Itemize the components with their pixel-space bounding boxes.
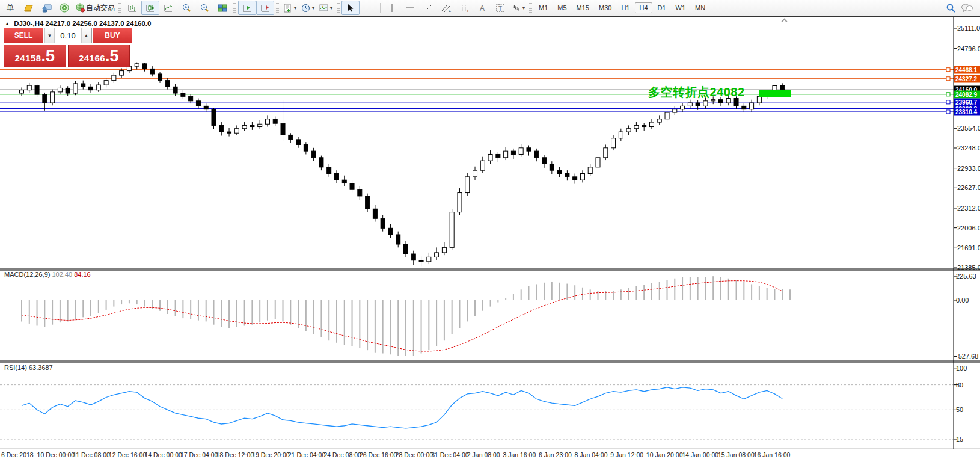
- line-chart-mode-button[interactable]: [159, 1, 177, 15]
- chevron-down-icon: ▾: [330, 5, 332, 11]
- sell-price-pips: .5: [41, 47, 55, 65]
- chat-icon[interactable]: [961, 3, 973, 13]
- sell-price-display[interactable]: 24158.5: [4, 45, 66, 67]
- algo-trading-button[interactable]: 自动交易: [73, 1, 117, 15]
- horizontal-line-icon: [406, 4, 415, 11]
- time-axis-label: 11 Dec 08:00: [73, 451, 110, 458]
- svg-text:E: E: [449, 9, 451, 13]
- line-handle: [946, 110, 950, 114]
- crosshair-button[interactable]: [360, 1, 378, 15]
- timeframe-H1[interactable]: H1: [617, 2, 634, 13]
- zoom-in-button[interactable]: [177, 1, 195, 15]
- candlestick-icon: [145, 4, 155, 13]
- zoom-out-button[interactable]: [195, 1, 213, 15]
- time-axis-label: 8 Jan 04:00: [575, 451, 608, 458]
- fibonacci-button[interactable]: F: [455, 1, 473, 15]
- buy-price-pips: .5: [105, 47, 119, 65]
- text-label-button[interactable]: T: [491, 1, 509, 15]
- macd-main-value: 102.40: [52, 271, 72, 278]
- clock-icon: [301, 4, 310, 13]
- periods-button[interactable]: ▾: [299, 1, 317, 15]
- arrows-icon: [512, 4, 521, 12]
- timeframe-M15[interactable]: M15: [572, 2, 593, 13]
- macd-signal-value: 84.16: [74, 271, 91, 278]
- timeframe-M30[interactable]: M30: [595, 2, 616, 13]
- templates-button[interactable]: ▾: [317, 1, 335, 15]
- price-axis-tick: 21691.0: [957, 244, 980, 251]
- volume-decrease-button[interactable]: ▼: [44, 28, 55, 43]
- chart-canvas[interactable]: [0, 0, 980, 465]
- price-axis-tick: 21385.0: [957, 264, 980, 271]
- pivot-annotation-text[interactable]: 多空转折点24082: [648, 84, 745, 100]
- bar-chart-icon: [127, 4, 137, 13]
- timeframe-MN[interactable]: MN: [691, 2, 709, 13]
- signal-waves-icon: [60, 3, 69, 13]
- timeframe-group: M1M5M15M30H1H4D1W1MN: [534, 2, 710, 13]
- macd-axis-tick: -527.68: [956, 353, 978, 360]
- timeframe-H4[interactable]: H4: [635, 2, 652, 13]
- buy-price-display[interactable]: 24166.5: [68, 45, 130, 67]
- toolbar-gripper: [118, 3, 121, 13]
- macd-axis-tick: 0.00: [956, 297, 969, 304]
- bar-chart-mode-button[interactable]: [123, 1, 141, 15]
- search-icon[interactable]: [946, 3, 956, 13]
- trendline-icon: [424, 4, 433, 13]
- chevron-down-icon: ▾: [522, 5, 525, 11]
- annotation-highlight-box: [759, 90, 791, 97]
- price-axis-tick: 23248.0: [957, 144, 980, 152]
- toolbar-gripper: [337, 3, 340, 13]
- add-indicator-button[interactable]: ▾: [281, 1, 299, 15]
- ohlc-values: 24217.0 24256.0 24137.0 24160.0: [46, 20, 152, 27]
- toolbar-gripper: [276, 3, 279, 13]
- tile-windows-button[interactable]: [213, 1, 231, 15]
- time-axis-label: 3 Jan 16:00: [503, 451, 536, 458]
- equidistant-channel-button[interactable]: E: [437, 1, 455, 15]
- zoom-out-icon: [200, 3, 209, 13]
- horizontal-line-button[interactable]: [401, 1, 419, 15]
- line-handle: [946, 100, 950, 104]
- toolbar-separator: [380, 3, 381, 13]
- timeframe-M5[interactable]: M5: [553, 2, 571, 13]
- sell-button[interactable]: SELL: [4, 28, 43, 43]
- price-axis-tick: 22933.0: [957, 165, 980, 172]
- rsi-label-row: RSI(14) 63.3687: [4, 364, 53, 371]
- chart-shift-marker-icon[interactable]: [782, 18, 786, 23]
- timeframe-D1[interactable]: D1: [654, 2, 670, 13]
- volume-stepper: ▼ ▲: [44, 28, 92, 43]
- volume-input[interactable]: [55, 28, 81, 43]
- chevron-down-icon: ▾: [312, 5, 314, 11]
- chart-shift-button[interactable]: [256, 1, 274, 15]
- signals-icon[interactable]: [55, 1, 73, 15]
- indicator-page-icon: [283, 4, 292, 13]
- buy-button[interactable]: BUY: [93, 28, 132, 43]
- arrows-button[interactable]: ▾: [509, 1, 527, 15]
- cursor-icon: [346, 4, 355, 13]
- time-axis-label: 26 Dec 16:00: [360, 451, 397, 458]
- new-order-button[interactable]: 单: [1, 1, 19, 15]
- zoom-in-icon: [182, 3, 191, 13]
- auto-scroll-button[interactable]: [238, 1, 256, 15]
- timeframe-W1[interactable]: W1: [672, 2, 690, 13]
- rsi-axis-tick: 80: [956, 381, 963, 389]
- volume-increase-button[interactable]: ▲: [81, 28, 91, 43]
- svg-text:A: A: [480, 4, 485, 13]
- timeframe-M1[interactable]: M1: [534, 2, 552, 13]
- time-axis-label: 12 Dec 16:00: [109, 451, 146, 458]
- rsi-axis-tick: 15: [956, 436, 963, 443]
- cursor-button[interactable]: [341, 1, 360, 15]
- vps-icon[interactable]: [37, 1, 55, 15]
- svg-text:F: F: [467, 9, 470, 13]
- vertical-line-button[interactable]: [383, 1, 401, 15]
- collapse-panel-icon[interactable]: ▲: [5, 21, 10, 26]
- trendline-button[interactable]: [419, 1, 437, 15]
- text-button[interactable]: A: [473, 1, 491, 15]
- template-image-icon: [319, 4, 328, 12]
- candlestick-mode-button[interactable]: [141, 1, 159, 15]
- price-axis-tick: 22627.0: [957, 184, 980, 191]
- line-handle: [946, 93, 950, 96]
- time-axis-label: 15 Jan 08:00: [718, 451, 755, 458]
- price-tag-24082.9: 24082.9: [954, 90, 980, 98]
- market-watch-icon[interactable]: [19, 1, 37, 15]
- toolbar-gripper: [529, 3, 532, 13]
- rsi-name: RSI(14): [4, 364, 27, 371]
